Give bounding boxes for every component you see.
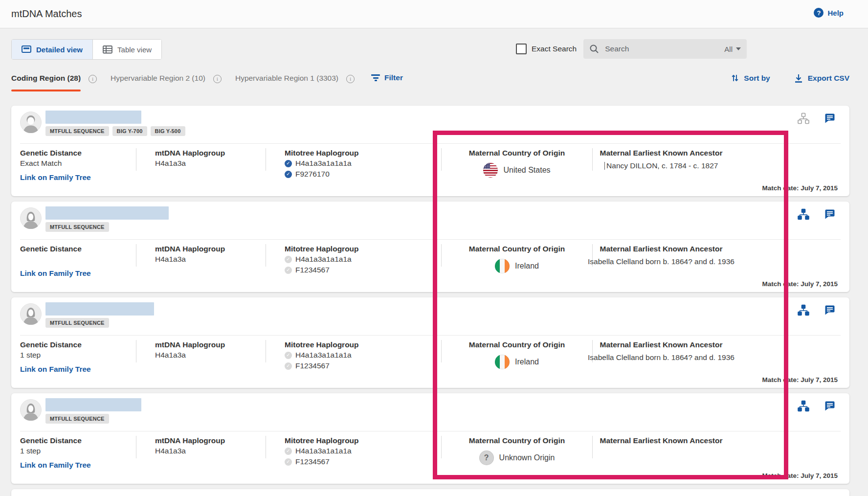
test-badges: MTFULL SEQUENCEBIG Y-700BIG Y-500 — [45, 126, 185, 136]
maternal-ancestor-label: Maternal Earliest Known Ancestor — [600, 435, 723, 446]
test-badge: BIG Y-700 — [112, 126, 147, 136]
match-card: MTFULL SEQUENCE Genetic Distance Link on… — [11, 202, 849, 292]
tab-hypervariable-region-1[interactable]: Hypervariable Region 1 (3303) — [235, 72, 338, 91]
redacted-match-name — [45, 206, 169, 220]
mtdna-haplogroup-label: mtDNA Haplogroup — [155, 435, 266, 446]
genetic-distance-label: Genetic Distance — [20, 244, 136, 254]
genetic-distance-value: Exact Match — [20, 158, 136, 169]
country-flag-icon — [483, 163, 498, 178]
link-on-family-tree[interactable]: Link on Family Tree — [20, 461, 136, 470]
filter-icon — [371, 74, 380, 81]
check-circle-icon — [285, 256, 292, 263]
maternal-origin-label: Maternal Country of Origin — [469, 435, 565, 446]
table-view-button[interactable]: Table view — [93, 40, 161, 59]
match-list: MTFULL SEQUENCEBIG Y-700BIG Y-500 Geneti… — [11, 106, 849, 489]
divider — [20, 335, 841, 336]
tab-coding-region[interactable]: Coding Region (28) — [11, 72, 81, 91]
sort-icon — [731, 73, 739, 83]
redacted-match-name — [45, 398, 141, 411]
test-badge: MTFULL SEQUENCE — [45, 126, 109, 136]
detailed-view-icon — [22, 45, 31, 53]
maternal-origin-value: United States — [503, 166, 550, 175]
search-area: Exact Search All — [516, 39, 747, 59]
genetic-distance-value — [20, 254, 136, 265]
check-circle-icon — [285, 458, 292, 466]
match-card-partial — [11, 489, 849, 496]
search-box: All — [583, 39, 747, 59]
maternal-ancestor-value: Isabella Clelland born b. 1864? and d. 1… — [588, 353, 734, 362]
mitotree-variant-value: F1234567 — [295, 265, 330, 275]
exact-search-checkbox[interactable] — [516, 44, 527, 54]
view-toggle: Detailed view Table view — [11, 39, 162, 60]
family-tree-icon[interactable] — [798, 400, 809, 414]
mtdna-haplogroup-value: H4a1a3a — [155, 158, 266, 169]
mitotree-haplogroup-label: Mitotree Haplogroup — [285, 339, 441, 350]
search-icon — [589, 44, 599, 54]
genetic-distance-label: Genetic Distance — [20, 148, 136, 158]
note-icon[interactable] — [824, 400, 836, 414]
link-on-family-tree[interactable]: Link on Family Tree — [20, 173, 136, 182]
test-badge: MTFULL SEQUENCE — [45, 222, 109, 232]
redacted-match-name — [45, 302, 154, 316]
search-scope-dropdown[interactable]: All — [724, 45, 741, 53]
note-icon[interactable] — [824, 304, 836, 318]
detailed-view-button[interactable]: Detailed view — [12, 40, 93, 59]
female-avatar — [20, 303, 42, 325]
female-avatar — [20, 399, 42, 421]
match-date: Match date: July 7, 2015 — [762, 376, 838, 383]
match-date: Match date: July 7, 2015 — [762, 280, 838, 288]
match-date: Match date: July 7, 2015 — [762, 184, 838, 192]
maternal-origin-label: Maternal Country of Origin — [469, 339, 565, 350]
check-circle-icon — [285, 171, 292, 178]
check-circle-icon — [285, 362, 292, 370]
country-flag-icon — [495, 259, 510, 273]
mtdna-haplogroup-label: mtDNA Haplogroup — [155, 244, 266, 254]
mtdna-haplogroup-value: H4a1a3a — [155, 350, 266, 361]
info-icon[interactable] — [89, 75, 97, 83]
maternal-ancestor-label: Maternal Earliest Known Ancestor — [600, 339, 723, 350]
mtdna-haplogroup-value: H4a1a3a — [155, 254, 266, 265]
check-circle-icon — [285, 448, 292, 455]
family-tree-icon[interactable] — [798, 304, 809, 318]
mtdna-haplogroup-value: H4a1a3a — [155, 446, 266, 456]
test-badge: MTFULL SEQUENCE — [45, 318, 109, 328]
filter-button[interactable]: Filter — [371, 73, 403, 82]
mitotree-haplogroup-value: H4a1a3a1a1a1a — [295, 158, 352, 169]
family-tree-icon[interactable] — [798, 113, 809, 126]
check-circle-icon — [285, 160, 292, 167]
link-on-family-tree[interactable]: Link on Family Tree — [20, 365, 136, 374]
table-view-icon — [103, 45, 112, 54]
export-csv-button[interactable]: Export CSV — [794, 73, 849, 83]
maternal-origin-label: Maternal Country of Origin — [469, 148, 565, 158]
detailed-view-label: Detailed view — [36, 45, 83, 54]
note-icon[interactable] — [824, 208, 836, 222]
sort-by-button[interactable]: Sort by — [731, 73, 770, 83]
maternal-ancestor-label: Maternal Earliest Known Ancestor — [600, 148, 723, 158]
country-flag-icon — [495, 355, 510, 369]
test-badges: MTFULL SEQUENCE — [45, 414, 109, 424]
check-circle-icon — [285, 352, 292, 359]
filter-label: Filter — [384, 73, 403, 82]
male-avatar — [20, 112, 42, 133]
mitotree-haplogroup-label: Mitotree Haplogroup — [285, 148, 441, 158]
test-badge: MTFULL SEQUENCE — [45, 414, 109, 424]
test-badges: MTFULL SEQUENCE — [45, 318, 109, 328]
text-cursor — [604, 162, 605, 170]
mitotree-haplogroup-value: H4a1a3a1a1a1a — [295, 254, 352, 265]
info-icon[interactable] — [213, 75, 222, 83]
tab-hypervariable-region-2[interactable]: Hypervariable Region 2 (10) — [111, 72, 205, 91]
mitotree-variant-value: F9276170 — [295, 169, 330, 180]
help-button[interactable]: Help — [814, 8, 844, 18]
download-icon — [794, 73, 803, 83]
check-circle-icon — [285, 267, 292, 274]
mitotree-haplogroup-value: H4a1a3a1a1a1a — [295, 446, 352, 456]
match-card: MTFULL SEQUENCE Genetic Distance 1 step … — [11, 297, 849, 388]
note-icon[interactable] — [824, 113, 836, 126]
maternal-origin-value: Ireland — [515, 358, 539, 366]
info-icon[interactable] — [346, 75, 355, 83]
link-on-family-tree[interactable]: Link on Family Tree — [20, 269, 136, 278]
family-tree-icon[interactable] — [798, 208, 809, 222]
mitotree-variant-value: F1234567 — [295, 456, 330, 467]
search-input[interactable] — [604, 44, 724, 54]
divider — [20, 239, 841, 240]
